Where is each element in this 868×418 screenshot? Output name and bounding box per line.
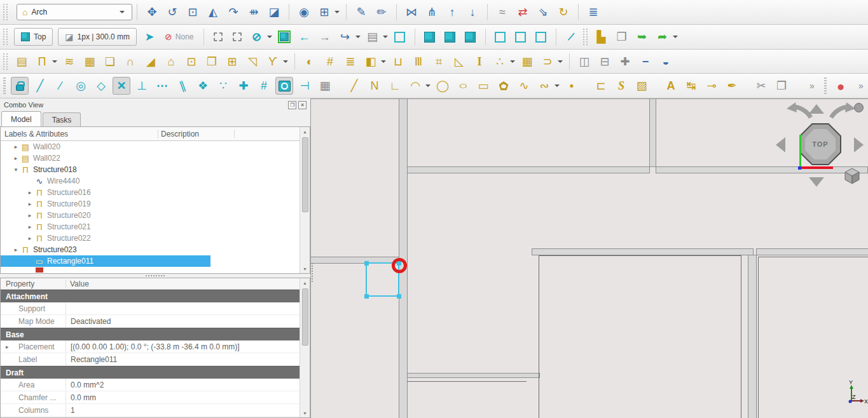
draft-polyline-icon[interactable]: Ν: [366, 77, 383, 95]
room-outline[interactable]: [539, 255, 741, 418]
wall-segment-mid-far-right[interactable]: [756, 248, 868, 255]
tree-item-wall022[interactable]: ▸ ▤ Wall022: [1, 152, 310, 164]
property-value[interactable]: Deactivated: [66, 317, 111, 326]
part-icon[interactable]: ▙: [593, 28, 610, 46]
view-rear-icon[interactable]: [492, 28, 509, 46]
pipe-icon[interactable]: ⊃: [539, 53, 556, 71]
arc-dropdown-icon[interactable]: [425, 84, 431, 87]
property-value[interactable]: 1: [66, 406, 75, 415]
unselectable-toggle-icon[interactable]: ⊘: [248, 28, 266, 46]
tab-tasks[interactable]: Tasks: [43, 112, 81, 126]
wall-tool-icon[interactable]: ▤: [13, 53, 31, 71]
layer-icon[interactable]: ≣: [584, 3, 602, 21]
cut-plane-icon[interactable]: ◫: [575, 53, 593, 71]
snap-midpoint-icon[interactable]: ∕: [52, 77, 69, 95]
label-tool-icon[interactable]: ⊸: [703, 77, 720, 95]
property-value[interactable]: 0.0 mm: [66, 393, 96, 402]
room-edge-line[interactable]: [758, 257, 759, 418]
axis-dropdown-icon[interactable]: [283, 60, 288, 63]
view-front-icon[interactable]: [421, 28, 439, 46]
move-icon[interactable]: ✥: [143, 3, 161, 21]
snap-dimensions-icon[interactable]: ⊣: [296, 77, 313, 95]
value-column-header[interactable]: Value: [66, 280, 89, 288]
text-tool-icon[interactable]: A: [662, 77, 680, 95]
toolbar-drag-handle[interactable]: [583, 29, 588, 45]
expander-icon[interactable]: ▸: [26, 189, 34, 196]
copy-icon[interactable]: ❐: [773, 77, 790, 95]
mirror-icon[interactable]: ◭: [204, 3, 222, 21]
shapestring-icon[interactable]: S: [612, 77, 630, 95]
export-options-icon[interactable]: ➦: [654, 28, 672, 46]
view-right-icon[interactable]: [462, 28, 479, 46]
draft-fillet-icon[interactable]: ∟: [386, 77, 404, 95]
level-icon[interactable]: ⊡: [183, 53, 200, 71]
expander-open-icon[interactable]: ▾: [12, 166, 20, 173]
vertex-handle[interactable]: [397, 294, 401, 299]
toolbar-drag-handle[interactable]: [3, 78, 6, 94]
tree-item-partial[interactable]: [1, 267, 310, 273]
float-panel-button[interactable]: ❐: [288, 101, 296, 109]
draft-arc-icon[interactable]: ◠: [406, 77, 424, 95]
project-icon[interactable]: ∩: [121, 53, 139, 71]
view-left-icon[interactable]: [532, 28, 550, 46]
link-nav-dropdown-icon[interactable]: [355, 36, 361, 38]
link-navigate-icon[interactable]: ↪: [336, 28, 354, 46]
nav-arrow-down-icon[interactable]: [809, 177, 824, 187]
navigation-cube[interactable]: TOP: [799, 123, 841, 165]
toolbar-drag-handle[interactable]: [824, 78, 827, 94]
new-document-icon[interactable]: ❒: [613, 28, 631, 46]
snap-parallel-icon[interactable]: ∥: [171, 74, 194, 97]
wall-segment-top-left[interactable]: [407, 166, 650, 173]
draft-circle-icon[interactable]: ◯: [434, 77, 451, 95]
group-attachment[interactable]: Attachment: [1, 290, 310, 302]
subelement-highlight-icon[interactable]: ✏: [373, 3, 390, 21]
3d-viewport[interactable]: TOP Y X Z: [311, 98, 868, 418]
draft-edit-icon[interactable]: ✎: [352, 3, 370, 21]
nav-forward-icon[interactable]: →: [316, 28, 334, 46]
building-icon[interactable]: ⌂: [162, 53, 180, 71]
snap-working-plane-icon[interactable]: [275, 77, 293, 95]
snap-lock-icon[interactable]: [11, 77, 29, 95]
scroll-down-icon[interactable]: ▼: [303, 408, 307, 417]
scrollbar-thumb[interactable]: [302, 137, 308, 212]
property-value[interactable]: 0.0 mm^2: [66, 381, 104, 389]
facebinder-icon[interactable]: ⊏: [592, 77, 610, 95]
selection-dropdown-icon[interactable]: [267, 36, 272, 38]
snap-special-icon[interactable]: ❖: [194, 77, 212, 95]
survey-icon[interactable]: ◒: [657, 53, 675, 71]
upgrade-icon[interactable]: ↑: [443, 3, 461, 21]
bezier-dropdown-icon[interactable]: [555, 84, 560, 87]
toolbar-overflow-icon[interactable]: »: [803, 77, 821, 95]
array-icon[interactable]: ⊞: [315, 3, 333, 21]
macro-record-icon[interactable]: ●: [832, 77, 850, 95]
snap-ortho-icon[interactable]: ✚: [235, 77, 252, 95]
structure-tool-icon[interactable]: Π: [33, 53, 51, 71]
join-icon[interactable]: ⋈: [403, 3, 420, 21]
beam-icon[interactable]: Ⅲ: [410, 53, 427, 71]
toolbar-overflow-icon[interactable]: »: [852, 77, 868, 95]
grid-toggle-icon[interactable]: ▦: [316, 77, 334, 95]
group-draft[interactable]: Draft: [1, 366, 310, 379]
structure-dropdown-icon[interactable]: [52, 60, 57, 63]
wall-edge-line[interactable]: [407, 381, 527, 382]
snap-near-icon[interactable]: ∵: [214, 77, 232, 95]
snap-perpendicular-icon[interactable]: ⊥: [133, 77, 151, 95]
tab-model[interactable]: Model: [1, 111, 41, 126]
property-scrollbar[interactable]: ▲ ▼: [300, 278, 310, 417]
tree-item-structure020[interactable]: ▸ Π Structure020: [1, 210, 310, 221]
tree-scrollbar[interactable]: ▲ ▼: [300, 127, 310, 273]
remove-component-icon[interactable]: −: [637, 53, 654, 71]
toolbar-drag-handle[interactable]: [3, 53, 8, 70]
equipment-icon[interactable]: ⊔: [389, 53, 407, 71]
vertex-handle[interactable]: [364, 294, 369, 299]
working-plane-button[interactable]: Top: [14, 28, 53, 46]
draft-bezier-icon[interactable]: ∾: [535, 77, 553, 95]
clone-icon[interactable]: ◉: [295, 3, 313, 21]
snap-endpoint-icon[interactable]: ╱: [31, 77, 49, 95]
expander-icon[interactable]: ▸: [26, 212, 34, 219]
axes-system-icon[interactable]: ◐: [301, 53, 319, 71]
draft-polygon-icon[interactable]: [495, 77, 513, 95]
profile-icon[interactable]: I: [471, 53, 488, 71]
expander-icon[interactable]: ▸: [12, 144, 20, 150]
draw-style-icon[interactable]: ▤: [364, 28, 382, 46]
